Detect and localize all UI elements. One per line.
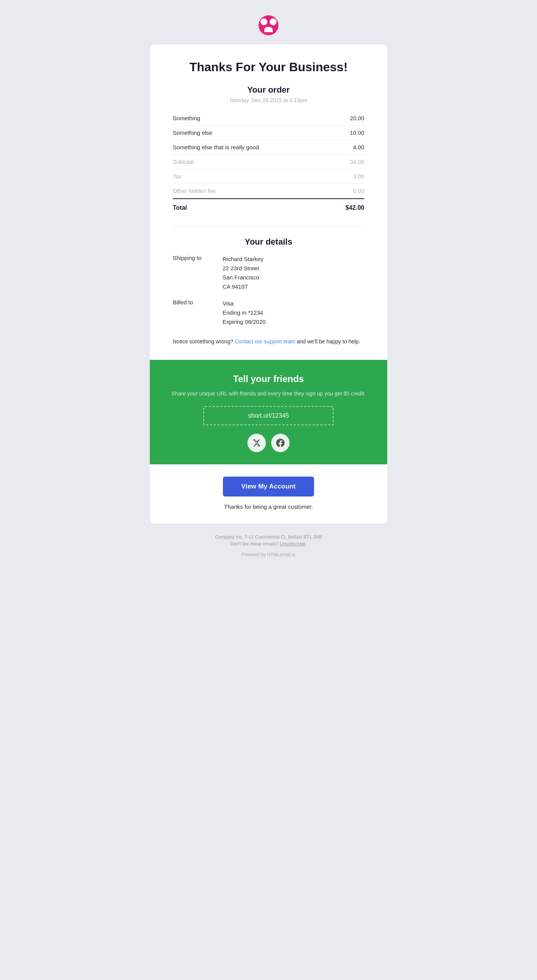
order-section-title: Your order (173, 85, 364, 95)
unsub-period: . (306, 541, 307, 547)
shipping-row: Shipping to Richard Starkey 22 23rd Stre… (173, 255, 364, 291)
details-section: Your details Shipping to Richard Starkey… (173, 237, 364, 327)
hidden-fee-price: 5.00 (353, 188, 364, 194)
hidden-fee-row: Other hidden fee 5.00 (173, 184, 364, 198)
tax-row: Tax 3.00 (173, 169, 364, 184)
facebook-button[interactable] (271, 434, 290, 452)
item-price-2: 10.00 (350, 129, 364, 136)
card-body: Thanks For Your Business! Your order Mon… (150, 44, 387, 360)
item-name-3: Something else that is really good (173, 144, 259, 150)
order-date: Monday, Dec 28 2015 at 4.13pm (173, 97, 364, 103)
item-name-2: Something else (173, 129, 212, 136)
order-item-3: Something else that is really good 4.00 (173, 140, 364, 155)
social-icons (165, 434, 372, 452)
referral-title: Tell your friends (165, 374, 372, 384)
referral-url-box[interactable]: short.url/12345 (203, 406, 334, 425)
notice-text: Notice something wrong? Contact our supp… (173, 337, 364, 346)
billing-row: Billed to Visa Ending in *1234 Expiring … (173, 299, 364, 327)
cta-section: View My Account Thanks for being a great… (150, 464, 387, 524)
footer-powered: Powered by HTMLemail.io (215, 552, 322, 557)
twitter-icon (252, 439, 261, 447)
total-price: $42.00 (345, 204, 364, 211)
hidden-fee-label: Other hidden fee (173, 188, 216, 194)
notice-suffix: and we'll be happy to help. (297, 338, 360, 345)
logo-detail (264, 27, 273, 32)
section-divider (173, 226, 364, 226)
email-card: Thanks For Your Business! Your order Mon… (150, 44, 387, 524)
referral-description: Share your unique URL with friends and e… (165, 390, 372, 398)
footer-company: Company Inc, 7-11 Commercial Ct, Belfast… (215, 534, 322, 540)
tax-price: 3.00 (353, 173, 364, 180)
subtotal-row: Subtotal 34.00 (173, 155, 364, 169)
unsubscribe-link[interactable]: Unsubscribe (280, 541, 306, 547)
order-items-table: Something 20.00 Something else 10.00 Som… (173, 111, 364, 215)
main-title: Thanks For Your Business! (173, 60, 364, 74)
app-logo (259, 15, 278, 35)
item-name-1: Something (173, 115, 200, 121)
item-price-3: 4.00 (353, 144, 364, 150)
shipping-value: Richard Starkey 22 23rd Street San Franc… (223, 255, 264, 291)
footer-unsub: Don't like these emails? Unsubscribe. (215, 541, 322, 547)
shipping-label: Shipping to (173, 255, 223, 261)
thanks-text: Thanks for being a great customer. (165, 503, 372, 510)
details-section-title: Your details (173, 237, 364, 247)
notice-prefix: Notice something wrong? (173, 338, 233, 345)
billing-label: Billed to (173, 299, 223, 305)
subtotal-price: 34.00 (350, 158, 364, 165)
support-link[interactable]: Contact our support team (235, 338, 295, 345)
twitter-button[interactable] (247, 434, 266, 452)
unsub-prefix: Don't like these emails? (230, 541, 278, 547)
logo-wrapper (259, 15, 278, 35)
item-price-1: 20.00 (350, 115, 364, 121)
facebook-icon (276, 439, 285, 447)
footer: Company Inc, 7-11 Commercial Ct, Belfast… (215, 534, 322, 557)
order-item-1: Something 20.00 (173, 111, 364, 126)
total-label: Total (173, 204, 187, 211)
total-row: Total $42.00 (173, 198, 364, 215)
subtotal-label: Subtotal (173, 158, 194, 165)
referral-url: short.url/12345 (248, 412, 289, 419)
order-item-2: Something else 10.00 (173, 126, 364, 140)
billing-value: Visa Ending in *1234 Expiring 08/2020 (223, 299, 266, 327)
tax-label: Tax (173, 173, 182, 180)
view-account-button[interactable]: View My Account (223, 477, 314, 497)
referral-section: Tell your friends Share your unique URL … (150, 360, 387, 464)
